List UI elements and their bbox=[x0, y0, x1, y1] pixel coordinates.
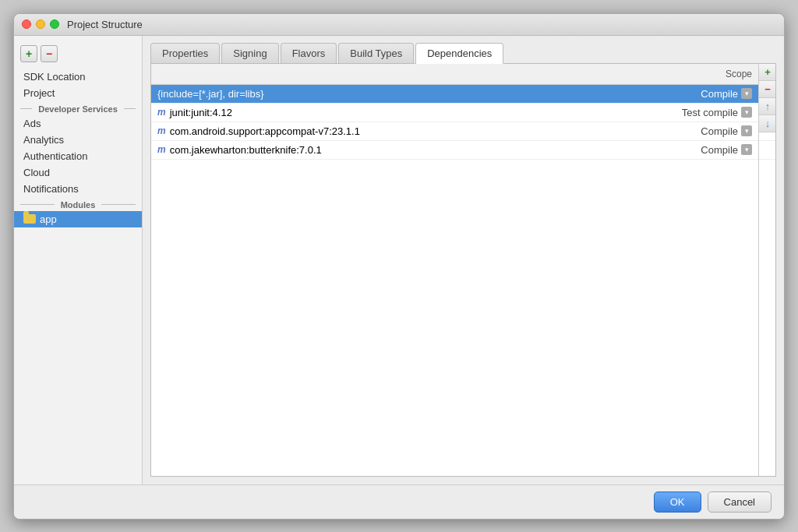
content-area: + − SDK Location Project Developer Servi… bbox=[14, 36, 784, 484]
developer-services-header: Developer Services bbox=[14, 101, 142, 115]
main-window: Project Structure + − SDK Location Proje… bbox=[13, 13, 785, 520]
scope-label: Compile bbox=[701, 125, 738, 137]
scope-area: Test compile bbox=[651, 107, 752, 118]
folder-icon bbox=[23, 214, 36, 224]
sidebar-item-notifications[interactable]: Notifications bbox=[14, 181, 142, 197]
modules-header: Modules bbox=[14, 197, 142, 211]
sidebar: + − SDK Location Project Developer Servi… bbox=[14, 36, 143, 484]
sidebar-item-ads[interactable]: Ads bbox=[14, 115, 142, 132]
dep-name: junit:junit:4.12 bbox=[170, 107, 651, 118]
title-bar: Project Structure bbox=[14, 14, 784, 36]
maven-icon: m bbox=[157, 125, 166, 136]
move-down-button[interactable]: ↓ bbox=[759, 115, 775, 132]
scope-label: Test compile bbox=[682, 107, 738, 118]
maximize-button[interactable] bbox=[50, 19, 59, 29]
minimize-button[interactable] bbox=[36, 19, 45, 29]
footer: OK Cancel bbox=[14, 484, 784, 519]
sidebar-item-project[interactable]: Project bbox=[14, 85, 142, 101]
table-row[interactable]: m com.jakewharton:butterknife:7.0.1 Comp… bbox=[151, 141, 775, 160]
sidebar-item-analytics[interactable]: Analytics bbox=[14, 132, 142, 148]
close-button[interactable] bbox=[22, 19, 31, 29]
sidebar-item-app-label: app bbox=[40, 213, 57, 225]
scope-dropdown[interactable] bbox=[741, 144, 752, 155]
dependencies-table: Scope {include=[*.jar], dir=libs} Compil… bbox=[151, 64, 775, 476]
table-header: Scope bbox=[151, 64, 775, 85]
scope-dropdown[interactable] bbox=[741, 88, 752, 99]
dep-name: com.android.support:appcompat-v7:23.1.1 bbox=[170, 125, 651, 137]
remove-dependency-button[interactable]: − bbox=[759, 81, 775, 98]
sidebar-add-button[interactable]: + bbox=[20, 45, 37, 62]
scope-column-header: Scope bbox=[657, 67, 758, 81]
tab-properties[interactable]: Properties bbox=[150, 43, 220, 63]
table-row[interactable]: m com.android.support:appcompat-v7:23.1.… bbox=[151, 122, 775, 141]
dep-name: com.jakewharton:butterknife:7.0.1 bbox=[170, 144, 651, 156]
table-row[interactable]: {include=[*.jar], dir=libs} Compile bbox=[151, 85, 775, 104]
scope-dropdown[interactable] bbox=[741, 107, 752, 118]
scope-label: Compile bbox=[701, 144, 738, 156]
table-row[interactable]: m junit:junit:4.12 Test compile bbox=[151, 104, 775, 122]
sidebar-item-cloud[interactable]: Cloud bbox=[14, 164, 142, 181]
main-area: Properties Signing Flavors Build Types D… bbox=[143, 36, 784, 484]
tab-dependencies[interactable]: Dependencies bbox=[415, 43, 503, 64]
maven-icon: m bbox=[157, 144, 166, 155]
cancel-button[interactable]: Cancel bbox=[708, 491, 772, 513]
sidebar-toolbar: + − bbox=[14, 42, 142, 69]
scope-dropdown[interactable] bbox=[741, 125, 752, 136]
ok-button[interactable]: OK bbox=[654, 491, 701, 513]
scope-area: Compile bbox=[651, 144, 752, 156]
tab-flavors[interactable]: Flavors bbox=[281, 43, 337, 63]
traffic-lights bbox=[22, 19, 59, 29]
move-up-button[interactable]: ↑ bbox=[759, 98, 775, 115]
scope-area: Compile bbox=[651, 125, 752, 137]
sidebar-item-authentication[interactable]: Authentication bbox=[14, 148, 142, 164]
sidebar-remove-button[interactable]: − bbox=[41, 45, 58, 62]
tab-signing[interactable]: Signing bbox=[221, 43, 278, 63]
sidebar-item-app[interactable]: app bbox=[14, 211, 142, 227]
sidebar-item-sdk-location[interactable]: SDK Location bbox=[14, 69, 142, 85]
tabs-bar: Properties Signing Flavors Build Types D… bbox=[143, 36, 784, 63]
dep-name: {include=[*.jar], dir=libs} bbox=[157, 88, 651, 100]
side-buttons: + − ↑ ↓ bbox=[758, 64, 775, 476]
dependencies-panel: Scope {include=[*.jar], dir=libs} Compil… bbox=[150, 63, 776, 477]
add-dependency-button[interactable]: + bbox=[759, 64, 775, 81]
window-title: Project Structure bbox=[67, 19, 143, 30]
maven-icon: m bbox=[157, 107, 166, 118]
tab-build-types[interactable]: Build Types bbox=[338, 43, 414, 63]
scope-label: Compile bbox=[701, 88, 738, 100]
scope-area: Compile bbox=[651, 88, 752, 100]
